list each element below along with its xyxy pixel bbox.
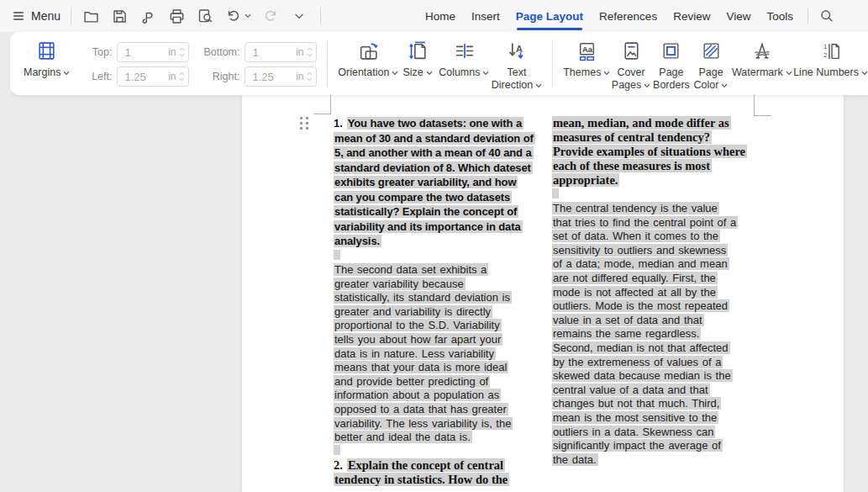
undo-dropdown-icon[interactable]: [245, 13, 251, 19]
highlighted-text: data is in nature. Less variability: [334, 347, 496, 360]
highlighted-text: outliers in a data. Skewness can: [552, 426, 715, 438]
text-line: Provide examples of situations where: [552, 145, 757, 159]
columns-icon: [454, 39, 475, 62]
menu-button[interactable]: Menu: [12, 9, 60, 23]
page-borders-icon: [660, 39, 681, 62]
text-line: proportional to the S.D. Variability: [334, 319, 539, 333]
cover-pages-button[interactable]: Cover Pages: [611, 32, 652, 95]
tab-review[interactable]: Review: [673, 0, 710, 32]
print-icon[interactable]: [167, 7, 186, 25]
question-2-lines: tendency in statistics. How do the: [334, 473, 539, 487]
watermark-button[interactable]: Watermark: [731, 32, 794, 95]
size-button[interactable]: Size: [398, 32, 436, 95]
tab-page-layout[interactable]: Page Layout: [516, 0, 583, 32]
text-line: variability and its importance in data: [334, 220, 539, 235]
highlighted-text: appropriate.: [552, 173, 619, 187]
group-divider: [552, 40, 553, 87]
text-line: tendency in statistics. How do the: [334, 473, 539, 487]
text-column-left[interactable]: 1.You have two datasets: one with a mean…: [334, 116, 539, 487]
text-line: better and ideal the data is.: [334, 431, 539, 445]
chevron-down-icon: [721, 83, 728, 88]
text-line: greater variability because: [334, 278, 539, 292]
spinner-icon[interactable]: [307, 47, 313, 57]
question-1-lines: mean of 30 and a standard deviation of5,…: [334, 131, 539, 249]
highlighted-text: value in a set of data and that: [552, 314, 704, 326]
text-direction-button[interactable]: A Text Direction: [492, 32, 542, 95]
cover-pages-icon: [621, 39, 642, 62]
highlighted-text: means that your data is more ideal: [334, 361, 508, 373]
highlighted-text: Provide examples of situations where: [552, 145, 747, 158]
text-line: exhibits greater variability, and how: [334, 175, 539, 190]
undo-icon[interactable]: [224, 7, 243, 25]
tab-view[interactable]: View: [726, 0, 750, 32]
text-line: mean of 30 and a standard deviation of: [334, 131, 539, 146]
right-margin-input[interactable]: 1.25 in: [245, 66, 317, 87]
text-line: mean is the most sensitive to the: [552, 411, 757, 426]
highlighted-text: You have two datasets: one with a: [347, 117, 523, 130]
text-line: analysis.: [334, 234, 539, 249]
highlighted-text: central value of a data and that: [552, 384, 710, 396]
selected-paragraph-mark: [552, 188, 559, 198]
open-folder-icon[interactable]: [82, 7, 100, 25]
line-numbers-icon: 12: [820, 39, 841, 62]
highlighted-text: statistically, its standard deviation is: [334, 291, 512, 304]
text-line: standard deviation of 8. Which dateset: [334, 161, 539, 176]
chevron-down-icon: [392, 71, 398, 76]
selected-paragraph-mark: [334, 250, 340, 260]
text-line: information about a population as: [334, 389, 539, 403]
tab-insert[interactable]: Insert: [471, 0, 500, 32]
document-page[interactable]: 1.You have two datasets: one with a mean…: [242, 95, 844, 492]
columns-button[interactable]: Columns: [437, 32, 492, 95]
spinner-icon[interactable]: [179, 71, 185, 82]
chevron-down-icon: [63, 71, 70, 76]
text-line: The central tendency is the value: [552, 202, 757, 216]
text-column-right[interactable]: mean, median, and mode differ asmeasures…: [552, 116, 757, 467]
export-pdf-clip-icon[interactable]: [139, 7, 157, 25]
text-line: Second, median is not that affected: [552, 341, 757, 356]
print-preview-icon[interactable]: [196, 7, 214, 25]
highlighted-text: information about a population as: [334, 389, 501, 401]
text-line: 1.You have two datasets: one with a: [334, 116, 539, 131]
redo-icon[interactable]: [261, 7, 280, 25]
quick-access-toolbar: [82, 7, 308, 25]
highlighted-text: greater variability because: [334, 278, 466, 290]
svg-text:A: A: [516, 44, 523, 54]
themes-button[interactable]: Aa Themes: [563, 32, 611, 95]
tab-home[interactable]: Home: [425, 0, 455, 32]
highlighted-text: Second, median is not that affected: [552, 341, 730, 354]
question-2-cont-lines: mean, median, and mode differ asmeasures…: [552, 116, 757, 188]
bottom-margin-input[interactable]: 1 in: [245, 42, 317, 62]
page-borders-button[interactable]: Page Borders: [651, 32, 691, 95]
highlighted-text: tells you about how far apart your: [334, 333, 502, 346]
text-line: that tries to find the central point of …: [552, 216, 757, 230]
chevron-down-icon: [535, 83, 542, 88]
search-icon[interactable]: [818, 8, 835, 24]
text-line: opposed to a data that has greater: [334, 403, 539, 417]
text-line: 2.Explain the concept of central: [334, 458, 539, 473]
highlighted-text: outliers. Mode is the most repeated: [552, 299, 729, 312]
top-margin-input[interactable]: 1 in: [117, 42, 189, 62]
text-line: tells you about how far apart your: [334, 333, 539, 347]
tab-tools[interactable]: Tools: [766, 0, 793, 32]
paragraph-drag-handle-icon[interactable]: [300, 117, 308, 130]
watermark-icon: [751, 39, 773, 62]
margins-button[interactable]: Margins: [24, 32, 70, 95]
tab-references[interactable]: References: [599, 0, 657, 32]
spinner-icon[interactable]: [179, 47, 185, 57]
spinner-icon[interactable]: [307, 71, 313, 82]
highlighted-text: better and ideal the data is.: [334, 431, 472, 443]
line-numbers-button[interactable]: 12 Line Numbers: [793, 32, 868, 95]
page-color-button[interactable]: Page Color: [691, 32, 730, 95]
question-2-continued: mean, median, and mode differ asmeasures…: [552, 116, 757, 202]
text-line: data is in nature. Less variability: [334, 347, 539, 362]
more-commands-icon[interactable]: [290, 7, 308, 25]
save-icon[interactable]: [110, 7, 129, 25]
text-line: the data.: [552, 453, 757, 468]
text-line: value in a set of data and that: [552, 314, 757, 328]
right-margin-label: Right:: [194, 71, 239, 82]
text-line: are not differed equally. First, the: [552, 272, 757, 286]
orientation-button[interactable]: Orientation: [338, 32, 398, 95]
highlighted-text: greater and variability is directly: [334, 305, 492, 318]
text-line: skewed data because median is the: [552, 369, 757, 384]
left-margin-input[interactable]: 1.25 in: [117, 66, 189, 87]
